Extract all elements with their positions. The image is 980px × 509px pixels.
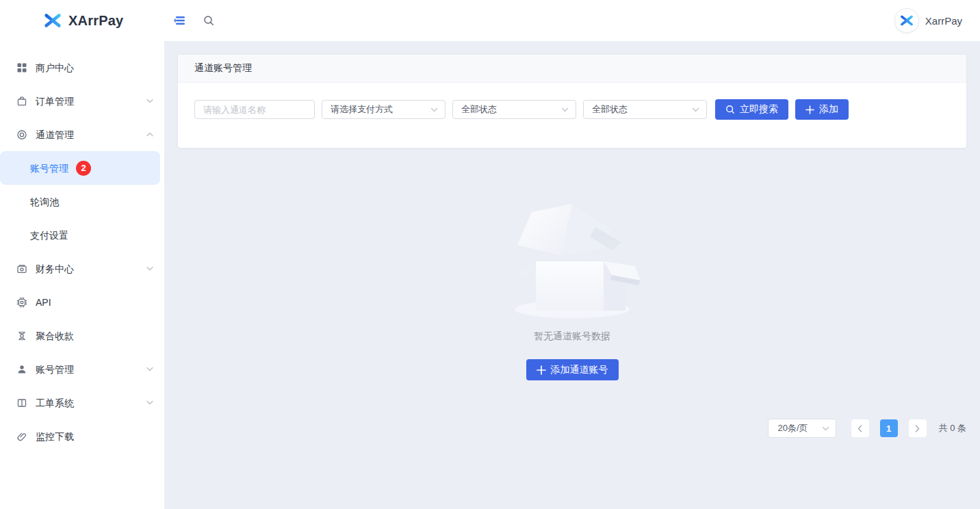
empty-add-channel-account-button[interactable]: 添加通道账号 <box>526 359 619 380</box>
chevron-left-icon <box>858 425 862 432</box>
menu-fold-icon <box>174 16 185 25</box>
brand-title: XArrPay <box>68 13 123 29</box>
sidebar-item-aggregate-collection[interactable]: 聚合收款 <box>0 319 164 352</box>
topbar: XArrPay <box>0 0 980 41</box>
prev-page-button[interactable] <box>851 419 869 437</box>
global-search-button[interactable] <box>199 11 218 30</box>
page-size-value: 20条/页 <box>778 422 808 434</box>
pay-method-select[interactable]: 请选择支付方式 <box>322 100 446 119</box>
sidebar-item-label: 轮询池 <box>30 197 59 207</box>
bag-icon <box>16 95 28 107</box>
sidebar-item-payment-settings[interactable]: 支付设置 <box>0 218 164 252</box>
card-header: 通道账号管理 <box>178 55 966 83</box>
sidebar-item-label: 通道管理 <box>36 130 74 140</box>
sidebar-item-polling-pool[interactable]: 轮询池 <box>0 185 164 218</box>
notification-badge: 2 <box>76 161 91 176</box>
chevron-down-icon <box>146 99 153 103</box>
total-count-label: 共 0 条 <box>939 422 966 434</box>
pay-method-select-value: 请选择支付方式 <box>331 103 393 116</box>
plus-icon <box>537 365 546 375</box>
sidebar-item-label: API <box>36 298 51 307</box>
avatar <box>894 8 919 33</box>
sidebar-item-label: 聚合收款 <box>36 331 74 341</box>
chevron-down-icon <box>692 107 699 112</box>
book-icon <box>16 397 28 408</box>
page-number-button[interactable]: 1 <box>880 419 898 437</box>
target-icon <box>16 129 28 140</box>
filter-bar: 请选择支付方式 全部状态 全部状态 <box>178 83 966 148</box>
search-button-label: 立即搜索 <box>740 103 778 116</box>
brand-logo-icon <box>44 12 62 29</box>
page-size-select[interactable]: 20条/页 <box>768 419 836 438</box>
user-icon <box>16 363 28 375</box>
pagination: 20条/页 1 共 0 条 <box>178 419 966 438</box>
page-title: 通道账号管理 <box>194 62 252 73</box>
sidebar-collapse-button[interactable] <box>170 12 190 29</box>
sidebar-item-label: 财务中心 <box>36 264 74 274</box>
search-button[interactable]: 立即搜索 <box>715 99 788 120</box>
chevron-down-icon <box>822 426 829 431</box>
chevron-up-icon <box>146 132 153 137</box>
status-select-1[interactable]: 全部状态 <box>452 100 576 119</box>
chevron-down-icon <box>430 107 438 112</box>
status-select-1-value: 全部状态 <box>461 103 497 116</box>
collect-icon <box>16 330 28 341</box>
sidebar: 商户中心 订单管理 通道管理 <box>0 41 164 509</box>
chevron-down-icon <box>146 400 153 405</box>
search-icon <box>203 15 214 26</box>
chevron-down-icon <box>146 266 153 271</box>
sidebar-item-api[interactable]: API <box>0 285 164 319</box>
sidebar-item-merchant-center[interactable]: 商户中心 <box>0 51 164 84</box>
sidebar-item-label: 支付设置 <box>30 231 68 240</box>
grid-icon <box>16 62 28 73</box>
empty-state: 暂无通道账号数据 添加通道账号 <box>178 200 966 380</box>
channel-account-card: 通道账号管理 请选择支付方式 全部状态 全部状态 <box>178 55 966 148</box>
plus-icon <box>805 105 814 114</box>
empty-add-button-label: 添加通道账号 <box>551 364 608 376</box>
sidebar-item-label: 工单系统 <box>36 398 74 408</box>
sidebar-item-label: 订单管理 <box>36 96 74 106</box>
empty-box-illustration <box>493 200 652 322</box>
empty-message: 暂无通道账号数据 <box>178 330 966 343</box>
sidebar-item-account-management[interactable]: 账号管理 <box>0 352 164 386</box>
status-select-2-value: 全部状态 <box>592 103 628 116</box>
sidebar-item-channel-management[interactable]: 通道管理 <box>0 118 164 151</box>
sidebar-item-label: 账号管理 <box>36 365 74 374</box>
next-page-button[interactable] <box>909 419 927 437</box>
user-menu[interactable]: XarrPay <box>894 8 980 33</box>
search-icon <box>725 105 735 114</box>
sidebar-item-finance-center[interactable]: 财务中心 <box>0 252 164 285</box>
app-root: XArrPay <box>0 0 980 509</box>
chip-icon <box>16 296 28 308</box>
sidebar-item-ticket-system[interactable]: 工单系统 <box>0 386 164 419</box>
sidebar-item-account-management-channel[interactable]: 账号管理 2 <box>0 151 160 185</box>
status-select-2[interactable]: 全部状态 <box>583 100 707 119</box>
chevron-down-icon <box>561 107 569 112</box>
wallet-icon <box>16 263 28 274</box>
sidebar-item-monitor-download[interactable]: 监控下载 <box>0 419 164 453</box>
main-content: 通道账号管理 请选择支付方式 全部状态 全部状态 <box>164 41 980 509</box>
add-button[interactable]: 添加 <box>795 99 849 120</box>
sidebar-item-order-management[interactable]: 订单管理 <box>0 84 164 118</box>
channel-name-input[interactable] <box>194 100 315 119</box>
sidebar-item-label: 监控下载 <box>36 432 74 441</box>
chevron-right-icon <box>915 425 920 432</box>
brand-logo[interactable]: XArrPay <box>0 12 164 29</box>
sidebar-item-label: 商户中心 <box>36 63 74 73</box>
user-name: XarrPay <box>925 15 962 27</box>
link-icon <box>16 430 28 442</box>
add-button-label: 添加 <box>819 103 838 116</box>
chevron-down-icon <box>146 367 153 371</box>
sidebar-item-label: 账号管理 <box>30 164 68 173</box>
